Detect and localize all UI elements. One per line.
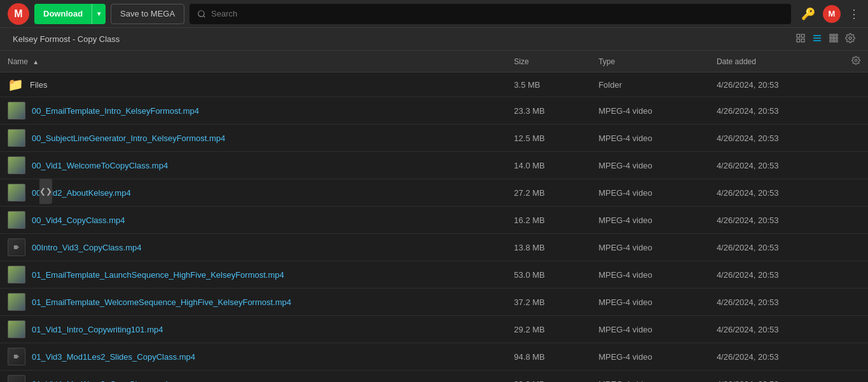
file-actions xyxy=(844,289,868,316)
table-row[interactable]: 01_EmailTemplate_LaunchSequence_HighFive… xyxy=(0,261,868,289)
table-row[interactable]: 01_Vid4_Mod1Les3_CopyClass.mp4 23.0 MB M… xyxy=(0,371,868,383)
file-size: 16.2 MB xyxy=(506,207,591,234)
table-row[interactable]: 01_Vid3_Mod1Les2_Slides_CopyClass.mp4 94… xyxy=(0,343,868,371)
file-name: 00_Vid1_WelcomeToCopyClass.mp4 xyxy=(32,161,168,170)
svg-rect-4 xyxy=(797,39,800,42)
file-size: 23.0 MB xyxy=(506,371,591,383)
avatar[interactable]: M xyxy=(823,5,841,23)
sidebar-expand-button[interactable]: ❮❯ xyxy=(39,179,52,204)
col-type[interactable]: Type xyxy=(591,51,709,72)
grid-view-icon[interactable] xyxy=(829,33,839,46)
file-actions xyxy=(844,207,868,234)
svg-rect-1 xyxy=(797,34,800,38)
menu-dots-icon[interactable]: ⋮ xyxy=(848,7,860,21)
table-row[interactable]: 01_Vid1_Intro_Copywriting101.mp4 29.2 MB… xyxy=(0,316,868,343)
file-name: 00_Vid4_CopyClass.mp4 xyxy=(32,215,125,225)
file-size: 12.5 MB xyxy=(506,125,591,152)
file-size: 23.3 MB xyxy=(506,97,591,125)
table-row[interactable]: 📁 Files 3.5 MB Folder 4/26/2024, 20:53 xyxy=(0,72,868,97)
video-thumbnail xyxy=(8,266,25,283)
file-table-container: Name ▲ Size Type Date added xyxy=(0,51,868,382)
table-settings-icon[interactable] xyxy=(851,56,860,65)
file-type: MPEG-4 video xyxy=(591,234,709,261)
svg-rect-12 xyxy=(833,37,835,39)
download-button[interactable]: Download ▾ xyxy=(34,4,106,24)
save-to-mega-button[interactable]: Save to MEGA xyxy=(111,4,184,24)
svg-point-18 xyxy=(855,59,857,62)
table-row[interactable]: 00_Vid1_WelcomeToCopyClass.mp4 14.0 MB M… xyxy=(0,152,868,179)
topbar-actions: 🔑 M ⋮ xyxy=(801,5,860,23)
col-size[interactable]: Size xyxy=(506,51,591,72)
svg-rect-8 xyxy=(830,34,832,36)
file-type: MPEG-4 video xyxy=(591,289,709,316)
file-actions xyxy=(844,316,868,343)
file-name: 01_Vid4_Mod1Les3_CopyClass.mp4 xyxy=(32,379,168,383)
video-thumbnail xyxy=(8,156,25,174)
file-type: MPEG-4 video xyxy=(591,152,709,179)
file-name-cell: 01_EmailTemplate_LaunchSequence_HighFive… xyxy=(0,261,506,289)
svg-rect-2 xyxy=(801,34,804,38)
table-row[interactable]: 00_EmailTemplate_Intro_KelseyFormost.mp4… xyxy=(0,97,868,125)
sort-arrow-icon: ▲ xyxy=(32,58,39,65)
file-date: 4/26/2024, 20:53 xyxy=(709,152,844,179)
settings-icon[interactable] xyxy=(845,33,855,46)
file-actions xyxy=(844,234,868,261)
file-name-cell: 01_Vid3_Mod1Les2_Slides_CopyClass.mp4 xyxy=(0,343,506,371)
file-actions xyxy=(844,152,868,179)
file-type: MPEG-4 video xyxy=(591,316,709,343)
file-actions xyxy=(844,125,868,152)
col-date[interactable]: Date added xyxy=(709,51,844,72)
file-name-cell: 00_Vid2_AboutKelsey.mp4 xyxy=(0,179,506,207)
file-type: MPEG-4 video xyxy=(591,371,709,383)
file-date: 4/26/2024, 20:53 xyxy=(709,125,844,152)
table-row[interactable]: 00_Vid2_AboutKelsey.mp4 27.2 MB MPEG-4 v… xyxy=(0,179,868,207)
file-date: 4/26/2024, 20:53 xyxy=(709,343,844,371)
file-date: 4/26/2024, 20:53 xyxy=(709,179,844,207)
file-name-cell: 00_EmailTemplate_Intro_KelseyFormost.mp4 xyxy=(0,97,506,125)
file-name-cell: 00_Vid1_WelcomeToCopyClass.mp4 xyxy=(0,152,506,179)
svg-rect-11 xyxy=(830,37,832,39)
file-size: 27.2 MB xyxy=(506,179,591,207)
table-row[interactable]: 01_EmailTemplate_WelcomeSequence_HighFiv… xyxy=(0,289,868,316)
video-thumbnail xyxy=(8,348,25,365)
file-type: MPEG-4 video xyxy=(591,179,709,207)
list-view-icon[interactable] xyxy=(812,33,822,46)
file-name-cell: 00_SubjectLineGenerator_Intro_KelseyForm… xyxy=(0,125,506,152)
file-type: MPEG-4 video xyxy=(591,207,709,234)
file-date: 4/26/2024, 20:53 xyxy=(709,289,844,316)
download-dropdown-arrow[interactable]: ▾ xyxy=(92,4,106,24)
breadcrumb-bar: Kelsey Formost - Copy Class xyxy=(0,28,868,51)
file-date: 4/26/2024, 20:53 xyxy=(709,371,844,383)
col-settings xyxy=(844,51,868,72)
file-size: 94.8 MB xyxy=(506,343,591,371)
svg-rect-15 xyxy=(833,40,835,42)
svg-point-17 xyxy=(849,37,851,39)
download-label: Download xyxy=(34,9,92,18)
file-name-cell: 01_Vid1_Intro_Copywriting101.mp4 xyxy=(0,316,506,343)
file-actions xyxy=(844,97,868,125)
thumbnail-view-icon[interactable] xyxy=(796,33,806,46)
search-icon xyxy=(197,10,206,18)
col-name[interactable]: Name ▲ xyxy=(0,51,506,72)
breadcrumb-actions xyxy=(796,33,855,46)
file-size: 53.0 MB xyxy=(506,261,591,289)
video-thumbnail xyxy=(8,184,25,201)
svg-marker-20 xyxy=(18,246,20,248)
key-icon: 🔑 xyxy=(801,7,815,21)
mega-logo: M xyxy=(8,3,29,25)
file-size: 13.8 MB xyxy=(506,234,591,261)
folder-icon: 📁 xyxy=(8,77,24,92)
file-name-cell: 01_Vid4_Mod1Les3_CopyClass.mp4 xyxy=(0,371,506,383)
table-row[interactable]: 00_Vid4_CopyClass.mp4 16.2 MB MPEG-4 vid… xyxy=(0,207,868,234)
file-name: 00_SubjectLineGenerator_Intro_KelseyForm… xyxy=(32,133,225,143)
table-row[interactable]: 00Intro_Vid3_CopyClass.mp4 13.8 MB MPEG-… xyxy=(0,234,868,261)
file-date: 4/26/2024, 20:53 xyxy=(709,234,844,261)
table-row[interactable]: 00_SubjectLineGenerator_Intro_KelseyForm… xyxy=(0,125,868,152)
file-table: Name ▲ Size Type Date added xyxy=(0,51,868,382)
video-thumbnail xyxy=(8,129,25,147)
video-thumbnail xyxy=(8,293,25,311)
file-date: 4/26/2024, 20:53 xyxy=(709,261,844,289)
svg-rect-13 xyxy=(836,37,837,39)
search-input[interactable] xyxy=(211,9,783,18)
video-thumbnail xyxy=(8,211,25,229)
